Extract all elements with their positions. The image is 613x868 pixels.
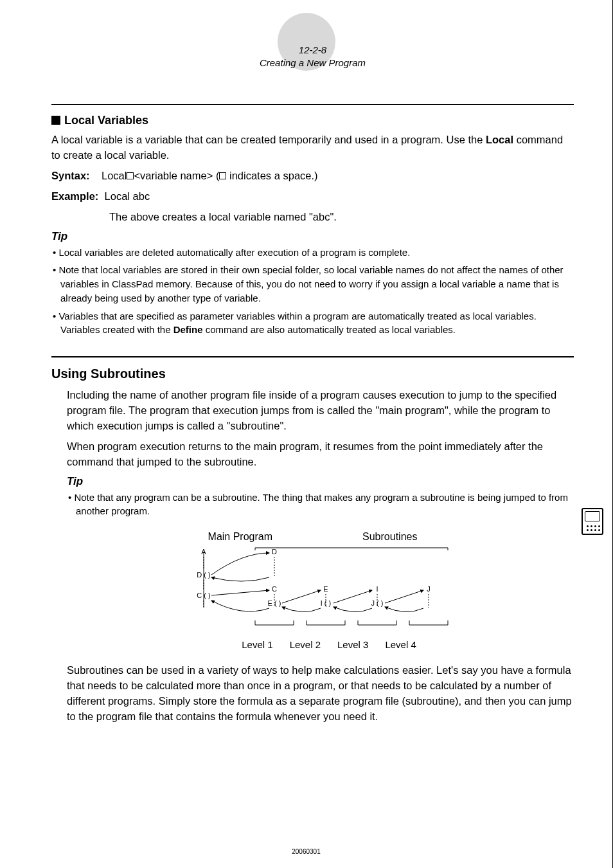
sub-p2: When program execution returns to the ma… (67, 439, 574, 470)
section-title: Creating a New Program (51, 57, 574, 69)
node-I: I (376, 585, 378, 593)
level-3: Level 3 (337, 639, 368, 650)
node-J: J (427, 585, 431, 593)
syntax-post: indicates a space.) (226, 170, 317, 181)
level-4: Level 4 (385, 639, 416, 650)
example-body: Local abc (105, 190, 150, 202)
sub-tip: Note that any program can be a subroutin… (67, 491, 574, 519)
tip3-bold: Define (173, 324, 203, 335)
footer-code: 20060301 (0, 848, 612, 855)
syntax-pre: Local (102, 170, 127, 181)
syntax-label: Syntax: (51, 170, 90, 181)
node-A: A (201, 548, 206, 556)
call-J: J ( ) (371, 599, 383, 607)
call-C: C ( ) (197, 592, 210, 599)
example-label: Example: (51, 190, 98, 202)
node-D: D (272, 548, 277, 556)
sub-p3: Subroutines can be used in a variety of … (67, 663, 574, 725)
call-D: D ( ) (197, 571, 210, 579)
section-number: 12-2-8 (51, 44, 574, 57)
space-glyph-icon (127, 172, 134, 179)
level-1: Level 1 (242, 639, 272, 650)
node-C: C (272, 585, 277, 593)
page-header: 12-2-8 Creating a New Program (51, 19, 574, 69)
tip-label-2: Tip (67, 475, 574, 488)
tip-bullet-1: Local variables are deleted automaticall… (51, 246, 574, 260)
rule-thick (51, 356, 574, 357)
tip-bullet-3: Variables that are specified as paramete… (51, 309, 574, 338)
example-note: The above creates a local variable named… (51, 210, 574, 225)
space-glyph-icon-2 (219, 172, 226, 179)
heading-text: Local Variables (64, 114, 148, 127)
syntax-mid: <variable name> ( (134, 170, 219, 181)
square-bullet-icon (51, 116, 60, 125)
intro-pre: A local variable is a variable that can … (51, 134, 486, 145)
tip-bullet-2: Note that local variables are stored in … (51, 263, 574, 305)
tip-label-1: Tip (51, 230, 574, 243)
syntax-line: Syntax: Local<variable name> ( indicates… (51, 168, 574, 184)
heading-local-variables: Local Variables (51, 114, 574, 127)
calculator-icon (582, 508, 603, 535)
intro-bold: Local (486, 134, 513, 145)
level-2: Level 2 (290, 639, 321, 650)
sub-p1: Including the name of another program fi… (67, 388, 574, 434)
local-vars-intro: A local variable is a variable that can … (51, 132, 574, 163)
node-E: E (323, 585, 328, 593)
call-E: E ( ) (267, 599, 281, 607)
subroutine-diagram: Main Program Subroutines A D ( ) (51, 531, 574, 650)
diagram-svg: A D ( ) C ( ) D C E ( ) (159, 547, 467, 637)
heading-using-subroutines: Using Subroutines (51, 366, 574, 381)
call-I: I ( ) (320, 599, 331, 607)
rule-thin (51, 104, 574, 105)
diagram-main-label: Main Program (208, 531, 272, 543)
example-line: Example: Local abc (51, 189, 574, 204)
diagram-sub-label: Subroutines (362, 531, 417, 543)
tip3-post: command are also automatically treated a… (203, 324, 456, 335)
